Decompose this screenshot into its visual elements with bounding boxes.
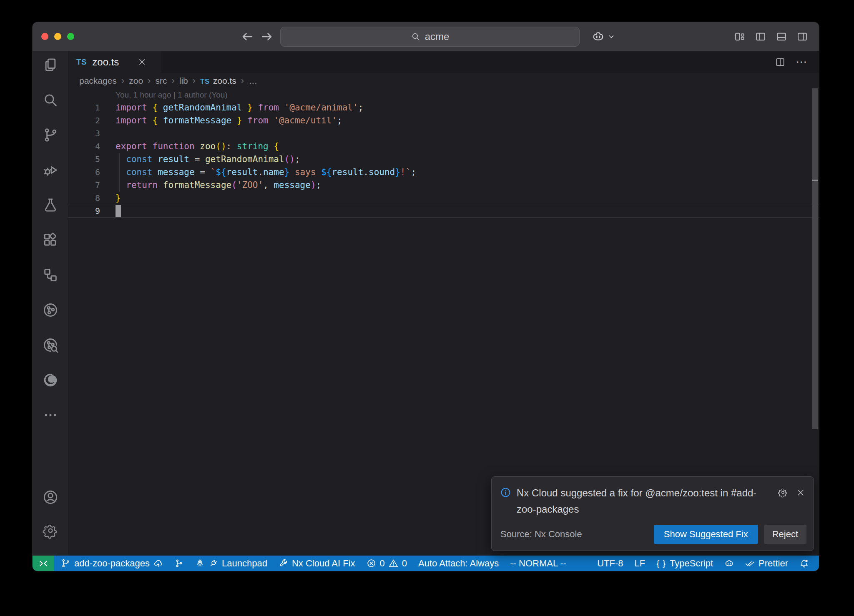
notification-source: Source: Nx Console: [500, 529, 582, 540]
info-icon: [500, 487, 511, 498]
line-number[interactable]: 4: [68, 140, 100, 153]
breadcrumb-item-zoo[interactable]: zoo: [129, 76, 143, 86]
accounts-icon[interactable]: [42, 489, 59, 506]
encoding-status[interactable]: UTF-8: [597, 558, 623, 569]
bell-dot-icon: [799, 558, 809, 568]
line-content: const message = `${result.name} says ${r…: [100, 166, 416, 179]
nx-project-graph-icon[interactable]: [42, 302, 59, 318]
typescript-file-icon: TS: [76, 58, 87, 67]
status-label: UTF-8: [597, 558, 623, 569]
tab-zoo-ts[interactable]: TS zoo.ts: [68, 51, 161, 73]
breadcrumb-item-packages[interactable]: packages: [79, 76, 117, 86]
activity-bar-bottom: [42, 489, 59, 556]
testing-icon[interactable]: [42, 197, 59, 213]
toggle-secondary-sidebar-icon[interactable]: [796, 31, 808, 43]
notifications-status[interactable]: [799, 558, 809, 568]
vim-mode-status[interactable]: -- NORMAL --: [510, 558, 566, 569]
search-icon[interactable]: [42, 92, 59, 108]
nx-cloud-icon[interactable]: [42, 337, 59, 353]
notification-close-icon[interactable]: [796, 488, 805, 497]
extensions-icon[interactable]: [42, 232, 59, 248]
scrollbar-thumb[interactable]: [812, 88, 818, 429]
nx-console-icon[interactable]: [42, 267, 59, 283]
git-graph-status[interactable]: [174, 558, 184, 568]
run-debug-icon[interactable]: [42, 162, 59, 178]
remote-icon: [39, 559, 48, 568]
reject-button[interactable]: Reject: [764, 525, 806, 544]
problems-status[interactable]: 00: [367, 558, 407, 569]
more-actions-icon[interactable]: ⋯: [796, 56, 807, 68]
error-icon: [367, 558, 376, 568]
typescript-file-icon: TS: [200, 78, 210, 85]
tab-title: zoo.ts: [92, 56, 119, 68]
notification-settings-gear-icon[interactable]: [778, 487, 788, 498]
code-line-7[interactable]: 7 return formatMessage('ZOO', message);: [68, 179, 819, 192]
code-line-9[interactable]: 9: [68, 205, 819, 218]
code-line-5[interactable]: 5 const result = getRandomAnimal();: [68, 153, 819, 166]
line-number[interactable]: 2: [68, 114, 100, 127]
launchpad-status[interactable]: Launchpad: [195, 558, 267, 569]
eol-status[interactable]: LF: [635, 558, 646, 569]
minimize-traffic-light[interactable]: [54, 33, 61, 40]
copilot-status[interactable]: [724, 558, 734, 568]
code-line-1[interactable]: 1import { getRandomAnimal } from '@acme/…: [68, 101, 819, 114]
line-number[interactable]: 8: [68, 192, 100, 205]
code-line-8[interactable]: 8}: [68, 192, 819, 205]
cloud-upload-icon: [153, 558, 163, 568]
breadcrumb-item-src[interactable]: src: [155, 76, 167, 86]
code-line-3[interactable]: 3: [68, 127, 819, 140]
breadcrumb-item-zoo-ts[interactable]: TSzoo.ts: [200, 76, 236, 86]
wrench-icon: [279, 558, 288, 568]
edge-devtools-icon[interactable]: [42, 372, 59, 388]
line-number[interactable]: 1: [68, 101, 100, 114]
tab-bar: TS zoo.ts ⋯: [68, 51, 819, 73]
remote-indicator[interactable]: [33, 556, 54, 571]
prettier-status[interactable]: Prettier: [745, 558, 788, 569]
vscode-window: acme TS zoo.ts ⋯ package: [33, 22, 819, 571]
breadcrumb-item--[interactable]: …: [249, 76, 257, 86]
line-number[interactable]: 9: [68, 205, 100, 217]
explorer-icon[interactable]: [42, 57, 59, 73]
status-label: TypeScript: [670, 558, 713, 569]
activity-bar: [33, 51, 68, 556]
code-line-6[interactable]: 6 const message = `${result.name} says $…: [68, 166, 819, 179]
settings-icon[interactable]: [42, 522, 59, 539]
code-line-4[interactable]: 4export function zoo(): string {: [68, 140, 819, 153]
close-icon[interactable]: [138, 58, 146, 66]
breadcrumb-separator: ›: [193, 75, 196, 86]
line-number[interactable]: 3: [68, 127, 100, 140]
line-number[interactable]: 7: [68, 179, 100, 192]
back-arrow-icon[interactable]: [241, 30, 254, 43]
breadcrumb-separator: ›: [171, 75, 174, 86]
line-number[interactable]: 5: [68, 153, 100, 166]
copilot-menu[interactable]: [592, 30, 615, 43]
statusbar-right: UTF-8LF{ }TypeScriptPrettier: [597, 558, 819, 569]
customize-layout-icon[interactable]: [734, 31, 746, 43]
line-number[interactable]: 6: [68, 166, 100, 179]
split-editor-icon[interactable]: [775, 57, 786, 68]
auto-attach-status[interactable]: Auto Attach: Always: [418, 558, 499, 569]
line-content: const result = getRandomAnimal();: [100, 153, 300, 166]
check-double-icon: [745, 558, 755, 568]
warning-icon: [389, 558, 398, 568]
toggle-primary-sidebar-icon[interactable]: [755, 31, 766, 43]
forward-arrow-icon[interactable]: [261, 30, 273, 43]
more-views-icon[interactable]: [42, 407, 59, 423]
close-traffic-light[interactable]: [41, 33, 48, 40]
plug-icon: [208, 558, 218, 568]
titlebar-center: acme: [241, 22, 615, 51]
show-suggested-fix-button[interactable]: Show Suggested Fix: [654, 525, 758, 544]
code-line-2[interactable]: 2import { formatMessage } from '@acme/ut…: [68, 114, 819, 127]
copilot-icon: [592, 30, 605, 43]
command-center-search[interactable]: acme: [280, 27, 580, 47]
source-control-icon[interactable]: [42, 127, 59, 143]
zoom-traffic-light[interactable]: [67, 33, 74, 40]
language-status[interactable]: { }TypeScript: [656, 558, 713, 569]
line-content: }: [100, 192, 121, 205]
toggle-panel-icon[interactable]: [776, 31, 787, 43]
git-graph-icon: [174, 558, 184, 568]
breadcrumb-item-lib[interactable]: lib: [179, 76, 188, 86]
git-branch-status[interactable]: add-zoo-packages: [61, 558, 163, 569]
nx-cloud-ai-fix-status[interactable]: Nx Cloud AI Fix: [279, 558, 355, 569]
traffic-lights: [41, 22, 74, 51]
